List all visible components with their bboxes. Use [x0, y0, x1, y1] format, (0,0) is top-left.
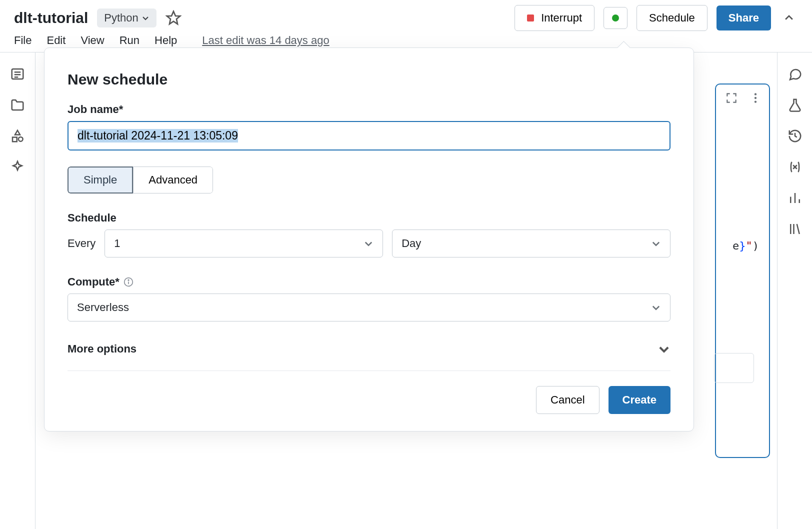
variables-button[interactable]: [788, 160, 802, 174]
every-unit-value: Day: [402, 237, 421, 250]
chevron-up-icon: [784, 12, 794, 24]
left-rail: [0, 52, 35, 529]
bar-chart-icon: [788, 190, 802, 206]
library-button[interactable]: [788, 222, 802, 236]
menu-view[interactable]: View: [80, 34, 104, 47]
last-edit-link[interactable]: Last edit was 14 days ago: [202, 34, 329, 47]
chevron-down-icon: [651, 238, 661, 248]
flask-icon: [788, 98, 802, 112]
code-text-quote: ": [746, 240, 752, 252]
code-text-brace: }: [739, 240, 746, 252]
svg-point-7: [754, 97, 756, 99]
chevron-down-icon: [364, 238, 374, 248]
favorite-button[interactable]: [166, 10, 182, 26]
every-count-select[interactable]: 1: [104, 230, 383, 258]
schedule-section-label: Schedule: [68, 212, 670, 224]
menu-run[interactable]: Run: [120, 34, 140, 47]
cell-expand-button[interactable]: [725, 92, 738, 104]
experiments-button[interactable]: [788, 98, 802, 112]
more-options-label: More options: [68, 342, 136, 356]
cell-more-button[interactable]: [749, 92, 762, 104]
compute-select[interactable]: Serverless: [68, 294, 670, 322]
svg-point-8: [754, 100, 756, 102]
chevron-down-icon: [658, 342, 670, 356]
cell-output-box: [714, 353, 754, 383]
every-label: Every: [68, 237, 96, 250]
chevron-down-icon: [142, 14, 150, 22]
menu-file[interactable]: File: [14, 34, 32, 47]
toc-icon: [10, 66, 25, 82]
job-name-input[interactable]: [68, 121, 670, 150]
compute-value: Serverless: [77, 301, 129, 314]
svg-point-5: [18, 137, 23, 142]
notebook-header: dlt-tutorial Python Interrupt Schedule S…: [0, 0, 812, 52]
interrupt-button[interactable]: Interrupt: [514, 5, 594, 31]
star-icon: [166, 10, 182, 26]
code-cell[interactable]: e}"): [715, 84, 770, 458]
history-button[interactable]: [788, 128, 802, 144]
popover-footer: Cancel Create: [68, 386, 670, 414]
code-fragment: e}"): [732, 240, 759, 252]
menu-edit[interactable]: Edit: [46, 34, 66, 47]
schedule-row: Every 1 Day: [68, 230, 670, 258]
cluster-status-button[interactable]: [604, 7, 628, 29]
status-running-icon: [612, 14, 619, 22]
header-title-row: dlt-tutorial Python Interrupt Schedule S…: [14, 5, 798, 31]
content-area: e}") New schedule Job name* Simple Advan…: [35, 52, 777, 529]
code-text-paren: ): [752, 240, 759, 252]
compute-label-text: Compute*: [68, 276, 120, 288]
toc-button[interactable]: [10, 66, 25, 82]
shapes-button[interactable]: [10, 128, 25, 144]
shapes-icon: [10, 128, 25, 144]
schedule-button[interactable]: Schedule: [636, 5, 708, 31]
create-button[interactable]: Create: [608, 386, 670, 414]
job-name-label: Job name*: [68, 103, 670, 116]
cancel-button[interactable]: Cancel: [536, 386, 599, 414]
chevron-down-icon: [651, 302, 661, 312]
notebook-title[interactable]: dlt-tutorial: [14, 10, 88, 26]
schedule-label: Schedule: [649, 12, 695, 24]
stop-icon: [527, 14, 534, 22]
tab-simple[interactable]: Simple: [68, 166, 133, 194]
svg-point-11: [128, 280, 129, 280]
every-unit-select[interactable]: Day: [392, 230, 670, 258]
language-selector[interactable]: Python: [97, 8, 156, 28]
right-rail: [777, 52, 812, 529]
sparkle-icon: [10, 160, 25, 174]
comment-icon: [788, 66, 802, 82]
comments-button[interactable]: [788, 66, 802, 82]
svg-rect-4: [12, 138, 17, 142]
mode-tabs: Simple Advanced: [68, 166, 213, 194]
library-icon: [788, 222, 802, 236]
code-text-e: e: [732, 240, 739, 252]
info-icon[interactable]: [124, 277, 134, 287]
variables-icon: [788, 160, 802, 174]
more-options-toggle[interactable]: More options: [68, 334, 670, 371]
svg-point-6: [754, 93, 756, 95]
language-label: Python: [104, 12, 138, 24]
kebab-icon: [749, 92, 762, 104]
interrupt-label: Interrupt: [541, 12, 582, 24]
every-count-value: 1: [114, 237, 120, 250]
expand-icon: [725, 92, 738, 104]
header-actions: Interrupt Schedule Share: [514, 5, 798, 31]
main-area: e}") New schedule Job name* Simple Advan…: [0, 52, 812, 529]
header-expand-button[interactable]: [780, 9, 798, 27]
popover-title: New schedule: [68, 71, 670, 88]
cell-toolbar: [725, 92, 762, 104]
notebook-edge: [35, 52, 40, 529]
dashboards-button[interactable]: [788, 190, 802, 206]
compute-label: Compute*: [68, 276, 670, 288]
history-icon: [788, 128, 802, 144]
tab-advanced[interactable]: Advanced: [133, 166, 213, 194]
new-schedule-popover: New schedule Job name* Simple Advanced S…: [44, 48, 694, 432]
folder-icon: [10, 98, 25, 112]
assistant-button[interactable]: [10, 160, 25, 174]
folder-button[interactable]: [10, 98, 25, 112]
share-button[interactable]: Share: [716, 6, 771, 30]
menu-help[interactable]: Help: [154, 34, 177, 47]
share-label: Share: [728, 12, 759, 24]
